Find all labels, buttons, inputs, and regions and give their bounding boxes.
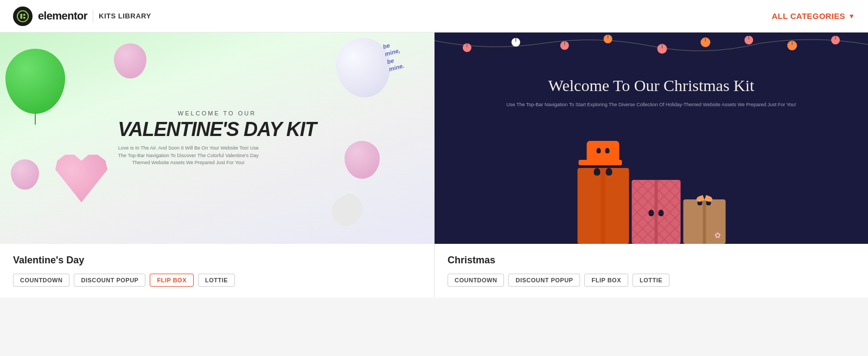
main-content: bemine,bemine. WELCOME TO OUR VALENTINE'… xyxy=(0,33,868,297)
kits-library-label: KITS LIBRARY xyxy=(99,12,151,20)
valentine-text-block: WELCOME TO OUR VALENTINE'S DAY KIT Love … xyxy=(118,110,316,167)
gift-medium-box xyxy=(631,180,680,244)
kit-card-christmas: Welcome To Our Christmas Kit Use The Top… xyxy=(434,33,868,297)
star-blob xyxy=(326,190,369,233)
header: elementor KITS LIBRARY ALL CATEGORIES ▼ xyxy=(0,0,868,33)
gift-tall-box xyxy=(577,133,629,244)
elementor-logo-icon xyxy=(13,7,33,26)
christmas-kit-name: Christmas xyxy=(448,255,855,266)
svg-rect-2 xyxy=(23,14,25,16)
balloon-green xyxy=(5,49,65,114)
christmas-kit-info: Christmas COUNTDOWN DISCOUNT POPUP FLIP … xyxy=(435,244,868,297)
valentine-kit-info: Valentine's Day COUNTDOWN DISCOUNT POPUP… xyxy=(0,244,434,297)
xmas-subtitle: Use The Top-Bar Navigation To Start Expl… xyxy=(500,101,803,108)
balloon-heart xyxy=(49,152,114,211)
gift-small-body: ✿ xyxy=(683,199,725,244)
all-categories-label: ALL CATEGORIES xyxy=(771,11,845,21)
balloon-pink-right xyxy=(344,141,380,179)
gift-tall-body xyxy=(577,168,629,244)
valentine-thumbnail[interactable]: bemine,bemine. WELCOME TO OUR VALENTINE'… xyxy=(0,33,434,244)
balloon-pink-small xyxy=(11,159,39,190)
gifts-area: ✿ xyxy=(577,133,725,244)
tag-lottie-xmas[interactable]: LOTTIE xyxy=(633,274,669,287)
logo-text: elementor xyxy=(38,10,87,22)
kit-card-valentines: bemine,bemine. WELCOME TO OUR VALENTINE'… xyxy=(0,33,434,297)
tag-flip-box-xmas[interactable]: FLIP BOX xyxy=(584,274,628,287)
svg-rect-1 xyxy=(20,14,22,18)
valentine-subtitle: Love Is In The Air. And Soon It Will Be … xyxy=(118,145,259,167)
gift-small-box: ✿ xyxy=(683,180,725,244)
tag-discount-popup-val[interactable]: DISCOUNT POPUP xyxy=(74,274,145,287)
valentine-welcome: WELCOME TO OUR xyxy=(118,110,316,116)
christmas-thumbnail[interactable]: Welcome To Our Christmas Kit Use The Top… xyxy=(435,33,868,244)
tag-flip-box-val[interactable]: FLIP BOX xyxy=(150,274,194,287)
valentine-kit-title: VALENTINE'S DAY KIT xyxy=(118,120,316,139)
gift-hat-decoration xyxy=(584,141,622,165)
balloon-pink-top xyxy=(114,43,146,79)
tag-countdown-xmas[interactable]: COUNTDOWN xyxy=(448,274,504,287)
tag-discount-popup-xmas[interactable]: DISCOUNT POPUP xyxy=(508,274,580,287)
svg-point-0 xyxy=(17,10,28,21)
tag-countdown-val[interactable]: COUNTDOWN xyxy=(13,274,69,287)
christmas-lights xyxy=(435,33,868,65)
gift-bow xyxy=(696,196,712,202)
christmas-kit-tags: COUNTDOWN DISCOUNT POPUP FLIP BOX LOTTIE xyxy=(448,274,855,287)
valentine-kit-name: Valentine's Day xyxy=(13,255,421,266)
valentine-kit-tags: COUNTDOWN DISCOUNT POPUP FLIP BOX LOTTIE xyxy=(13,274,421,287)
all-categories-button[interactable]: ALL CATEGORIES ▼ xyxy=(771,11,855,21)
kits-grid: bemine,bemine. WELCOME TO OUR VALENTINE'… xyxy=(0,33,868,297)
gift-medium-body xyxy=(631,180,680,244)
tag-lottie-val[interactable]: LOTTIE xyxy=(198,274,235,287)
xmas-text-block: Welcome To Our Christmas Kit Use The Top… xyxy=(500,76,803,108)
xmas-title: Welcome To Our Christmas Kit xyxy=(500,76,803,95)
flower-decoration: ✿ xyxy=(714,231,721,240)
logo-area: elementor KITS LIBRARY xyxy=(13,7,151,26)
chevron-down-icon: ▼ xyxy=(848,12,855,20)
header-divider xyxy=(93,10,93,23)
heart-shape xyxy=(49,152,114,211)
svg-rect-3 xyxy=(23,16,25,18)
